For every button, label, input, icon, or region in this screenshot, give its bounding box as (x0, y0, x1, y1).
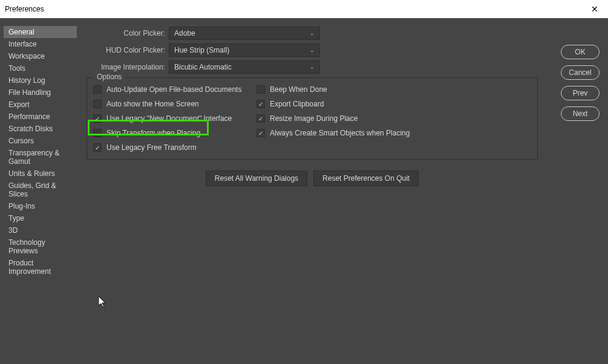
main-panel: Color Picker: Adobe ⌄ HUD Color Picker: … (80, 18, 608, 364)
checkbox-always-create-smart-objects-when-placing[interactable] (257, 129, 265, 137)
sidebar-item-export[interactable]: Export (4, 99, 77, 111)
checkbox-label: Auto-Update Open File-based Documents (106, 85, 241, 94)
sidebar-item-general[interactable]: General (4, 26, 77, 38)
checkbox-label: Skip Transform when Placing (106, 129, 200, 137)
color-picker-label: Color Picker: (87, 29, 165, 37)
chevron-down-icon: ⌄ (310, 30, 315, 36)
sidebar-item-type[interactable]: Type (4, 212, 77, 224)
next-button[interactable]: Next (561, 106, 600, 121)
hud-color-picker-value: Hue Strip (Small) (174, 46, 229, 54)
options-group: Options Auto-Update Open File-based Docu… (87, 77, 538, 160)
reset-prefs-button[interactable]: Reset Preferences On Quit (313, 171, 419, 186)
checkbox-label: Beep When Done (270, 85, 327, 94)
chevron-down-icon: ⌄ (310, 47, 315, 53)
checkbox-label: Resize Image During Place (270, 114, 358, 123)
sidebar-item-tools[interactable]: Tools (4, 62, 77, 74)
dialog-buttons: OK Cancel Prev Next (561, 45, 600, 121)
close-icon[interactable]: ✕ (586, 2, 603, 16)
color-picker-select[interactable]: Adobe ⌄ (169, 27, 320, 40)
sidebar-item-scratch-disks[interactable]: Scratch Disks (4, 123, 77, 135)
checkbox-export-clipboard[interactable] (257, 100, 265, 108)
image-interpolation-value: Bicubic Automatic (174, 63, 232, 71)
sidebar-item-product-improvement[interactable]: Product Improvement (4, 257, 77, 278)
options-legend: Options (93, 73, 125, 81)
checkbox-auto-update-open-file-based-documents[interactable] (93, 85, 102, 94)
checkbox-label: Always Create Smart Objects when Placing (270, 129, 410, 137)
sidebar-item-plug-ins[interactable]: Plug-Ins (4, 200, 77, 212)
checkbox-label: Use Legacy "New Document" Interface (106, 114, 232, 123)
sidebar: GeneralInterfaceWorkspaceToolsHistory Lo… (0, 18, 80, 364)
checkbox-skip-transform-when-placing[interactable] (93, 129, 102, 137)
sidebar-item-history-log[interactable]: History Log (4, 74, 77, 86)
sidebar-item-interface[interactable]: Interface (4, 38, 77, 50)
sidebar-item-3d[interactable]: 3D (4, 224, 77, 236)
checkbox-auto-show-the-home-screen[interactable] (93, 100, 102, 108)
hud-color-picker-label: HUD Color Picker: (87, 46, 165, 54)
cancel-button[interactable]: Cancel (561, 65, 600, 80)
sidebar-item-guides-grid-slices[interactable]: Guides, Grid & Slices (4, 180, 77, 200)
color-picker-value: Adobe (174, 29, 195, 37)
image-interpolation-select[interactable]: Bicubic Automatic ⌄ (169, 60, 320, 74)
sidebar-item-performance[interactable]: Performance (4, 111, 77, 123)
checkbox-resize-image-during-place[interactable] (257, 114, 265, 123)
image-interpolation-label: Image Interpolation: (87, 63, 165, 71)
reset-dialogs-button[interactable]: Reset All Warning Dialogs (206, 171, 307, 186)
checkbox-label: Export Clipboard (270, 100, 324, 108)
sidebar-item-file-handling[interactable]: File Handling (4, 86, 77, 99)
sidebar-item-workspace[interactable]: Workspace (4, 50, 77, 62)
chevron-down-icon: ⌄ (310, 64, 315, 70)
checkbox-use-legacy-free-transform[interactable] (93, 143, 102, 152)
checkbox-beep-when-done[interactable] (257, 85, 265, 94)
checkbox-use-legacy-new-document-interface[interactable] (93, 114, 102, 123)
checkbox-label: Use Legacy Free Transform (106, 143, 197, 152)
prev-button[interactable]: Prev (561, 86, 600, 100)
sidebar-item-technology-previews[interactable]: Technology Previews (4, 236, 77, 257)
sidebar-item-cursors[interactable]: Cursors (4, 135, 77, 147)
sidebar-item-transparency-gamut[interactable]: Transparency & Gamut (4, 147, 77, 167)
window-title: Preferences (5, 5, 44, 13)
sidebar-item-units-rulers[interactable]: Units & Rulers (4, 167, 77, 180)
hud-color-picker-select[interactable]: Hue Strip (Small) ⌄ (169, 44, 320, 57)
titlebar: Preferences ✕ (0, 0, 608, 18)
checkbox-label: Auto show the Home Screen (106, 100, 199, 108)
ok-button[interactable]: OK (561, 45, 600, 59)
